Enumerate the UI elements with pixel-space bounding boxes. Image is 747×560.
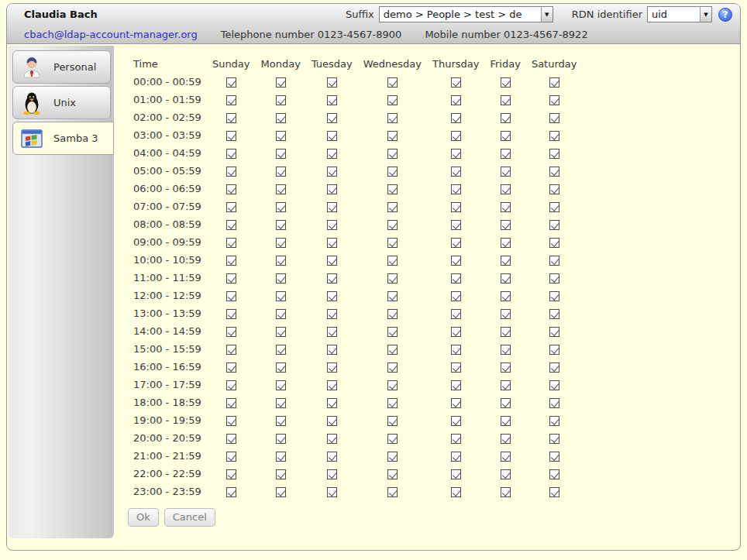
hour-checkbox[interactable] bbox=[549, 167, 559, 177]
hour-checkbox[interactable] bbox=[226, 256, 236, 266]
hour-checkbox[interactable] bbox=[451, 309, 461, 319]
hour-checkbox[interactable] bbox=[276, 327, 286, 337]
hour-checkbox[interactable] bbox=[387, 416, 398, 426]
hour-checkbox[interactable] bbox=[451, 362, 461, 373]
hour-checkbox[interactable] bbox=[226, 362, 236, 373]
hour-checkbox[interactable] bbox=[549, 149, 559, 159]
hour-checkbox[interactable] bbox=[387, 256, 398, 266]
hour-checkbox[interactable] bbox=[387, 398, 398, 408]
hour-checkbox[interactable] bbox=[276, 362, 286, 373]
hour-checkbox[interactable] bbox=[451, 113, 461, 123]
hour-checkbox[interactable] bbox=[549, 113, 559, 123]
hour-checkbox[interactable] bbox=[451, 220, 461, 230]
hour-checkbox[interactable] bbox=[501, 487, 511, 497]
hour-checkbox[interactable] bbox=[276, 452, 286, 462]
hour-checkbox[interactable] bbox=[226, 327, 236, 337]
hour-checkbox[interactable] bbox=[226, 184, 236, 194]
hour-checkbox[interactable] bbox=[327, 291, 337, 301]
hour-checkbox[interactable] bbox=[387, 345, 398, 355]
hour-checkbox[interactable] bbox=[451, 256, 461, 266]
hour-checkbox[interactable] bbox=[451, 77, 461, 88]
hour-checkbox[interactable] bbox=[501, 167, 511, 177]
hour-checkbox[interactable] bbox=[226, 202, 236, 212]
hour-checkbox[interactable] bbox=[226, 77, 236, 88]
hour-checkbox[interactable] bbox=[327, 220, 337, 230]
hour-checkbox[interactable] bbox=[387, 487, 398, 497]
hour-checkbox[interactable] bbox=[501, 77, 511, 88]
hour-checkbox[interactable] bbox=[276, 131, 286, 141]
hour-checkbox[interactable] bbox=[387, 380, 398, 390]
hour-checkbox[interactable] bbox=[549, 380, 559, 390]
hour-checkbox[interactable] bbox=[387, 309, 398, 319]
hour-checkbox[interactable] bbox=[451, 167, 461, 177]
hour-checkbox[interactable] bbox=[451, 273, 461, 283]
hour-checkbox[interactable] bbox=[226, 434, 236, 444]
hour-checkbox[interactable] bbox=[501, 345, 511, 355]
hour-checkbox[interactable] bbox=[226, 113, 236, 123]
hour-checkbox[interactable] bbox=[501, 256, 511, 266]
hour-checkbox[interactable] bbox=[327, 469, 337, 479]
hour-checkbox[interactable] bbox=[327, 452, 337, 462]
hour-checkbox[interactable] bbox=[387, 167, 398, 177]
hour-checkbox[interactable] bbox=[327, 362, 337, 373]
hour-checkbox[interactable] bbox=[226, 291, 236, 301]
hour-checkbox[interactable] bbox=[501, 362, 511, 373]
hour-checkbox[interactable] bbox=[387, 202, 398, 212]
tab-unix[interactable]: Unix bbox=[12, 86, 111, 119]
hour-checkbox[interactable] bbox=[501, 202, 511, 212]
cancel-button[interactable]: Cancel bbox=[164, 508, 215, 527]
hour-checkbox[interactable] bbox=[276, 273, 286, 283]
hour-checkbox[interactable] bbox=[501, 273, 511, 283]
hour-checkbox[interactable] bbox=[549, 434, 559, 444]
hour-checkbox[interactable] bbox=[387, 113, 398, 123]
hour-checkbox[interactable] bbox=[549, 469, 559, 479]
hour-checkbox[interactable] bbox=[226, 469, 236, 479]
hour-checkbox[interactable] bbox=[387, 131, 398, 141]
hour-checkbox[interactable] bbox=[226, 238, 236, 248]
hour-checkbox[interactable] bbox=[451, 184, 461, 194]
hour-checkbox[interactable] bbox=[549, 184, 559, 194]
hour-checkbox[interactable] bbox=[226, 380, 236, 390]
hour-checkbox[interactable] bbox=[327, 273, 337, 283]
hour-checkbox[interactable] bbox=[387, 220, 398, 230]
hour-checkbox[interactable] bbox=[451, 380, 461, 390]
help-icon[interactable]: ? bbox=[718, 8, 732, 22]
hour-checkbox[interactable] bbox=[327, 398, 337, 408]
hour-checkbox[interactable] bbox=[226, 149, 236, 159]
hour-checkbox[interactable] bbox=[451, 469, 461, 479]
hour-checkbox[interactable] bbox=[276, 95, 286, 105]
hour-checkbox[interactable] bbox=[549, 398, 559, 408]
hour-checkbox[interactable] bbox=[451, 202, 461, 212]
hour-checkbox[interactable] bbox=[387, 184, 398, 194]
hour-checkbox[interactable] bbox=[276, 416, 286, 426]
hour-checkbox[interactable] bbox=[226, 273, 236, 283]
hour-checkbox[interactable] bbox=[549, 202, 559, 212]
hour-checkbox[interactable] bbox=[501, 149, 511, 159]
hour-checkbox[interactable] bbox=[327, 416, 337, 426]
hour-checkbox[interactable] bbox=[451, 95, 461, 105]
hour-checkbox[interactable] bbox=[451, 149, 461, 159]
hour-checkbox[interactable] bbox=[226, 345, 236, 355]
hour-checkbox[interactable] bbox=[327, 487, 337, 497]
hour-checkbox[interactable] bbox=[387, 362, 398, 373]
hour-checkbox[interactable] bbox=[501, 184, 511, 194]
suffix-select[interactable]: demo > People > test > de bbox=[379, 6, 553, 22]
hour-checkbox[interactable] bbox=[501, 327, 511, 337]
hour-checkbox[interactable] bbox=[327, 256, 337, 266]
hour-checkbox[interactable] bbox=[451, 398, 461, 408]
hour-checkbox[interactable] bbox=[276, 345, 286, 355]
hour-checkbox[interactable] bbox=[327, 77, 337, 88]
hour-checkbox[interactable] bbox=[501, 380, 511, 390]
hour-checkbox[interactable] bbox=[549, 273, 559, 283]
hour-checkbox[interactable] bbox=[276, 398, 286, 408]
hour-checkbox[interactable] bbox=[501, 220, 511, 230]
email-link[interactable]: cbach@ldap-account-manager.org bbox=[24, 29, 198, 40]
ok-button[interactable]: Ok bbox=[128, 508, 159, 527]
hour-checkbox[interactable] bbox=[276, 291, 286, 301]
hour-checkbox[interactable] bbox=[451, 327, 461, 337]
hour-checkbox[interactable] bbox=[549, 309, 559, 319]
hour-checkbox[interactable] bbox=[276, 309, 286, 319]
hour-checkbox[interactable] bbox=[327, 184, 337, 194]
hour-checkbox[interactable] bbox=[387, 238, 398, 248]
hour-checkbox[interactable] bbox=[387, 434, 398, 444]
